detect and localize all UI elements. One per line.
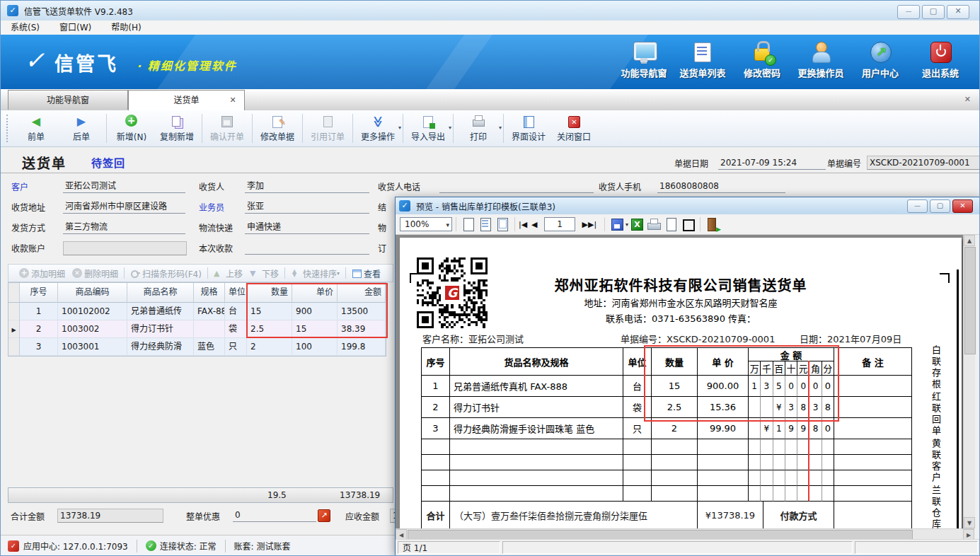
menu-window[interactable]: 窗口(W) — [50, 21, 101, 35]
save-icon[interactable] — [609, 216, 625, 232]
banner-action-change-password[interactable]: 修改密码 — [732, 41, 792, 83]
receiver-tel-field[interactable] — [439, 180, 594, 193]
col-spec[interactable]: 规格 — [194, 283, 225, 303]
view-product-button[interactable]: 查看 — [352, 267, 381, 279]
import-export-button[interactable]: 导入导出 — [405, 110, 451, 146]
page-setup-icon[interactable] — [663, 216, 679, 232]
preview-horizontal-scrollbar[interactable]: ◀ ▶ — [396, 528, 974, 540]
preview-restore-button[interactable] — [930, 199, 950, 213]
menu-help[interactable]: 帮助(H) — [101, 21, 151, 35]
more-operations-button[interactable]: 更多操作 — [355, 110, 400, 146]
move-up-button: 上移 — [214, 267, 243, 279]
bill-date-field[interactable]: 2021-07-09 15:24 — [718, 156, 826, 170]
next-bill-button[interactable]: 后单 — [59, 110, 104, 146]
ui-design-button[interactable]: 界面设计 — [506, 110, 551, 146]
zoom-select[interactable]: 100% — [400, 217, 452, 231]
col-price[interactable]: 单价 — [292, 283, 338, 303]
tab-delivery-order[interactable]: 送货单 — [128, 90, 245, 111]
app-center-icon — [8, 540, 19, 552]
preview-vertical-scrollbar[interactable]: ▲ ▼ — [963, 235, 975, 528]
exit-preview-icon[interactable] — [705, 216, 720, 232]
export-excel-icon[interactable] — [629, 216, 645, 232]
preview-toolbar: 100% |◀ ◀ 1 ▶ ▶| ▾ — [396, 214, 980, 235]
table-row[interactable]: 1 100102002 兄弟普通纸传 FAX-888 台 15 900 1350… — [8, 303, 386, 320]
table-row[interactable]: 3 1003001 得力经典防滑 蓝色 只 2 100 199.8 — [8, 338, 386, 356]
copy-label-red: 红联回单 — [929, 392, 942, 437]
preview-bill-no: 单据编号：XSCKD-20210709-0001 — [621, 332, 775, 345]
page-width-button[interactable] — [478, 216, 493, 232]
menu-system[interactable]: 系统(S) — [1, 21, 50, 35]
print-button[interactable]: 打印 — [456, 110, 501, 146]
discount-action-icon[interactable] — [318, 509, 330, 522]
copy-label-white: 白联存根 — [929, 345, 942, 390]
current-row-marker-icon — [11, 324, 16, 334]
page-number-field[interactable]: 1 — [544, 217, 575, 231]
close-window-button[interactable]: 关闭窗口 — [551, 110, 596, 146]
actual-size-button[interactable] — [495, 216, 510, 232]
printer-icon[interactable] — [646, 216, 662, 232]
prev-page-button[interactable]: ◀ — [531, 220, 544, 229]
col-qty[interactable]: 数量 — [247, 283, 292, 303]
app-icon — [7, 5, 18, 16]
remove-detail-button: 删除明细 — [72, 267, 118, 279]
banner-action-exit[interactable]: 退出系统 — [910, 41, 971, 83]
banner-action-delivery-list[interactable]: 送货单列表 — [672, 41, 733, 83]
dropdown-arrow-icon[interactable]: ▾ — [626, 221, 628, 228]
payment-field[interactable] — [245, 241, 369, 255]
first-page-button[interactable]: |◀ — [519, 220, 531, 229]
margins-icon[interactable] — [680, 216, 696, 232]
maximize-button[interactable] — [922, 5, 945, 19]
monitor-icon — [632, 41, 656, 64]
preview-customer: 客户名称：亚拓公司测试 — [422, 332, 524, 345]
col-unit[interactable]: 单位 — [225, 283, 247, 303]
next-page-button[interactable]: ▶ — [575, 220, 588, 229]
ship-method-field[interactable]: 第三方物流 — [63, 221, 185, 234]
brand-logo-icon — [21, 46, 49, 74]
tabstrip-close-icon[interactable] — [964, 95, 971, 104]
banner-action-switch-operator[interactable]: 更换操作员 — [790, 41, 851, 83]
banner-action-user-center[interactable]: 用户中心 — [850, 41, 911, 83]
preview-minimize-button[interactable] — [907, 199, 928, 213]
preview-title-bar: 预览 - 销售出库单打印模板(三联单3) — [396, 197, 980, 215]
dropdown-arrow-icon[interactable] — [449, 124, 451, 131]
bill-status: 待签回 — [91, 155, 125, 170]
col-name[interactable]: 商品名称 — [127, 283, 194, 303]
pv-total-words: （大写）壹万叁仟柒佰叁拾捌元壹角捌分柒厘伍 — [450, 502, 698, 528]
tab-nav-window[interactable]: 功能导航窗 — [8, 90, 128, 110]
col-code[interactable]: 商品编码 — [58, 283, 127, 303]
dropdown-arrow-icon[interactable] — [499, 124, 502, 131]
copy-new-button[interactable]: 复制新增 — [154, 110, 200, 146]
receiver-label: 收货人 — [199, 181, 224, 194]
customer-field[interactable]: 亚拓公司测试 — [63, 180, 185, 193]
salesman-field[interactable]: 张亚 — [245, 200, 369, 214]
col-amount[interactable]: 金额 — [338, 283, 386, 303]
prev-bill-button[interactable]: 前单 — [13, 110, 59, 146]
col-no[interactable]: 序号 — [20, 283, 58, 303]
address-field[interactable]: 河南省郑州市中原区建设路 — [63, 200, 185, 214]
table-row-current[interactable]: 2 1003002 得力订书针 袋 2.5 15 38.39 — [8, 320, 386, 338]
whole-page-button[interactable] — [461, 216, 476, 232]
receiver-field[interactable]: 李加 — [245, 180, 369, 193]
scroll-up-icon[interactable]: ▲ — [964, 235, 975, 246]
pv-total-label: 合计 — [422, 502, 450, 528]
sort-icon — [291, 268, 301, 278]
modify-bill-button[interactable]: 修改单据 — [255, 110, 300, 146]
new-bill-button[interactable]: 新增(N) — [109, 110, 154, 146]
prev-arrow-icon — [29, 115, 43, 129]
preview-close-button[interactable] — [952, 199, 973, 213]
minimize-button[interactable] — [897, 5, 920, 19]
logistics-field[interactable]: 申通快递 — [245, 221, 369, 234]
discount-field[interactable]: 0 — [233, 509, 316, 522]
tab-close-icon[interactable] — [229, 96, 237, 105]
last-page-button[interactable]: ▶| — [588, 220, 601, 229]
status-panel — [502, 541, 853, 554]
scrollbar-thumb[interactable] — [964, 247, 976, 354]
remove-icon — [72, 268, 82, 278]
scroll-down-icon[interactable]: ▼ — [964, 517, 975, 528]
banner-action-nav[interactable]: 功能导航窗 — [613, 41, 674, 83]
preview-company-title: 郑州亚拓软件科技有限公司销售送货单 — [400, 274, 962, 295]
receiver-tel-label: 收货人电话 — [378, 181, 420, 194]
receiver-mobile-field[interactable]: 18608080808 — [657, 180, 785, 193]
close-button[interactable] — [947, 5, 969, 19]
dropdown-arrow-icon[interactable] — [398, 124, 401, 131]
